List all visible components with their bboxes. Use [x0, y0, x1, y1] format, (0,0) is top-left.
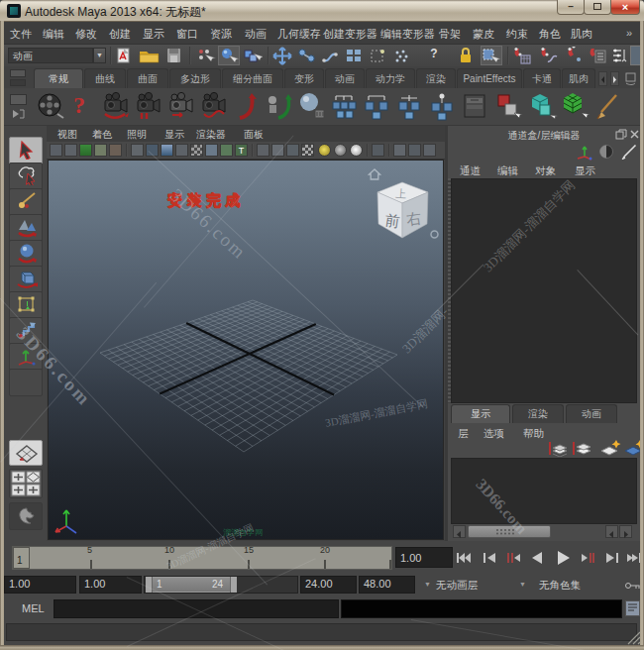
svg-text:上: 上	[395, 187, 407, 200]
svg-text:右: 右	[404, 209, 422, 228]
svg-text:前: 前	[384, 211, 401, 230]
